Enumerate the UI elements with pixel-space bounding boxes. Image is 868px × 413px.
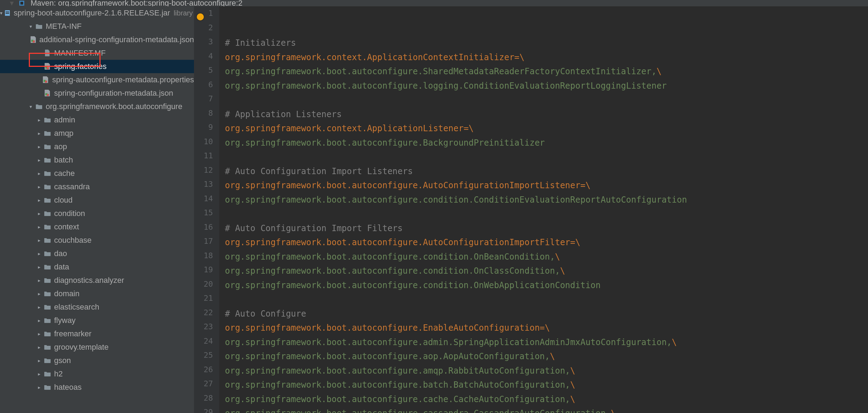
tree-item-domain[interactable]: ▸domain <box>0 287 194 300</box>
code-line[interactable] <box>225 207 868 221</box>
token-sep: = <box>540 323 545 333</box>
code-editor[interactable]: 1234567891011121314151617181920212223242… <box>194 6 868 413</box>
chevron-right-icon[interactable]: ▸ <box>36 331 42 337</box>
code-line[interactable]: org.springframework.boot.autoconfigure.c… <box>225 406 868 413</box>
code-line[interactable]: org.springframework.boot.autoconfigure.c… <box>225 250 868 264</box>
folder-icon <box>44 290 51 298</box>
chevron-right-icon[interactable]: ▸ <box>36 237 42 243</box>
code-line[interactable] <box>225 150 868 164</box>
token-cont: \ <box>519 52 524 62</box>
code-line[interactable]: org.springframework.context.ApplicationC… <box>225 50 868 65</box>
tree-item-freemarker[interactable]: ▸freemarker <box>0 327 194 341</box>
code-line[interactable] <box>225 93 868 107</box>
tree-item-admin[interactable]: ▸admin <box>0 113 194 127</box>
code-line[interactable]: # Auto Configuration Import Filters <box>225 221 868 236</box>
chevron-right-icon[interactable]: ▸ <box>36 197 42 203</box>
token-comment: # Auto Configuration Import Filters <box>225 223 403 233</box>
chevron-right-icon[interactable]: ▸ <box>36 224 42 230</box>
token-cont: \ <box>656 66 661 76</box>
tree-item-flyway[interactable]: ▸flyway <box>0 314 194 327</box>
tree-item-condition[interactable]: ▸condition <box>0 207 194 220</box>
chevron-right-icon[interactable]: ▸ <box>36 171 42 176</box>
code-line[interactable]: # Initializers <box>225 36 868 50</box>
tree-item-diagnostics-analyzer[interactable]: ▸diagnostics.analyzer <box>0 274 194 287</box>
tree-item-spring-configuration-metadata-json[interactable]: spring-configuration-metadata.json <box>0 87 194 100</box>
chevron-right-icon[interactable]: ▸ <box>36 385 42 390</box>
code-line[interactable]: org.springframework.boot.autoconfigure.E… <box>225 321 868 335</box>
project-tree-panel[interactable]: ▾spring-boot-autoconfigure-2.1.6.RELEASE… <box>0 6 194 413</box>
code-line[interactable]: org.springframework.boot.autoconfigure.b… <box>225 378 868 392</box>
code-line[interactable]: org.springframework.boot.autoconfigure.c… <box>225 264 868 278</box>
code-line[interactable]: org.springframework.boot.autoconfigure.A… <box>225 235 868 250</box>
line-number: 21 <box>194 291 219 306</box>
tree-item-additional-spring-configuration-metadata-json[interactable]: additional-spring-configuration-metadata… <box>0 33 194 46</box>
chevron-right-icon[interactable]: ▸ <box>36 251 42 256</box>
chevron-right-icon[interactable]: ▸ <box>36 358 42 363</box>
chevron-down-icon[interactable]: ▾ <box>27 104 34 109</box>
code-line[interactable]: org.springframework.context.ApplicationL… <box>225 121 868 136</box>
code-line[interactable]: # Auto Configure <box>225 307 868 321</box>
code-line[interactable]: org.springframework.boot.autoconfigure.c… <box>225 278 868 293</box>
tree-item-gson[interactable]: ▸gson <box>0 354 194 367</box>
code-line[interactable]: org.springframework.boot.autoconfigure.A… <box>225 178 868 193</box>
tree-item-manifest-mf[interactable]: MANIFEST.MF <box>0 46 194 60</box>
code-line[interactable] <box>225 292 868 307</box>
chevron-right-icon[interactable]: ▸ <box>36 264 42 270</box>
breadcrumb[interactable]: ▾ Maven: org.springframework.boot:spring… <box>0 0 868 6</box>
chevron-down-icon[interactable]: ▾ <box>27 24 34 29</box>
tree-item-batch[interactable]: ▸batch <box>0 153 194 167</box>
tree-item-meta-inf[interactable]: ▾META-INF <box>0 20 194 33</box>
chevron-right-icon[interactable]: ▸ <box>36 344 42 350</box>
tree-item-cassandra[interactable]: ▸cassandra <box>0 180 194 193</box>
tree-item-spring-factories[interactable]: spring.factories <box>0 60 194 73</box>
tree-item-couchbase[interactable]: ▸couchbase <box>0 234 194 247</box>
tree-item-elasticsearch[interactable]: ▸elasticsearch <box>0 300 194 314</box>
token-value: org.springframework.boot.autoconfigure.l… <box>225 81 667 91</box>
chevron-right-icon[interactable]: ▸ <box>36 291 42 297</box>
line-number: 18 <box>194 249 219 263</box>
tree-item-cloud[interactable]: ▸cloud <box>0 193 194 207</box>
tree-item-hateoas[interactable]: ▸hateoas <box>0 381 194 394</box>
chevron-right-icon[interactable]: ▸ <box>36 304 42 310</box>
chevron-right-icon[interactable]: ▸ <box>36 278 42 283</box>
code-line[interactable]: org.springframework.boot.autoconfigure.a… <box>225 364 868 378</box>
tree-item-spring-boot-autoconfigure-2-1-6-release-jar[interactable]: ▾spring-boot-autoconfigure-2.1.6.RELEASE… <box>0 6 194 20</box>
tree-item-label: h2 <box>54 369 63 379</box>
tree-item-data[interactable]: ▸data <box>0 260 194 274</box>
tree-item-org-springframework-boot-autoconfigure[interactable]: ▾org.springframework.boot.autoconfigure <box>0 100 194 113</box>
code-line[interactable]: org.springframework.boot.autoconfigure.c… <box>225 392 868 407</box>
props-icon <box>44 63 51 70</box>
chevron-right-icon[interactable]: ▸ <box>36 184 42 190</box>
tree-item-spring-autoconfigure-metadata-properties[interactable]: spring-autoconfigure-metadata.properties <box>0 73 194 87</box>
tree-item-cache[interactable]: ▸cache <box>0 167 194 180</box>
chevron-right-icon[interactable]: ▸ <box>36 131 42 136</box>
chevron-right-icon[interactable]: ▸ <box>36 117 42 123</box>
tree-item-dao[interactable]: ▸dao <box>0 247 194 260</box>
tree-item-aop[interactable]: ▸aop <box>0 140 194 153</box>
line-number: 26 <box>194 363 219 377</box>
tree-item-h2[interactable]: ▸h2 <box>0 367 194 381</box>
folder-icon <box>44 317 51 324</box>
code-line[interactable]: # Auto Configuration Import Listeners <box>225 164 868 179</box>
editor-code-area[interactable]: # Initializersorg.springframework.contex… <box>219 6 868 413</box>
project-tree[interactable]: ▾spring-boot-autoconfigure-2.1.6.RELEASE… <box>0 6 194 394</box>
chevron-right-icon[interactable]: ▸ <box>36 371 42 377</box>
chevron-right-icon[interactable]: ▸ <box>36 211 42 216</box>
tree-item-context[interactable]: ▸context <box>0 220 194 234</box>
chevron-right-icon[interactable]: ▸ <box>36 157 42 163</box>
tree-item-label: freemarker <box>54 329 91 338</box>
chevron-right-icon[interactable]: ▸ <box>36 144 42 150</box>
chevron-down-icon[interactable]: ▾ <box>0 10 2 16</box>
tree-item-groovy-template[interactable]: ▸groovy.template <box>0 341 194 354</box>
code-line[interactable]: # Application Listeners <box>225 107 868 122</box>
code-line[interactable]: org.springframework.boot.autoconfigure.S… <box>225 64 868 79</box>
token-key: org.springframework.boot.autoconfigure.A… <box>225 237 570 247</box>
chevron-right-icon[interactable]: ▸ <box>36 318 42 323</box>
code-line[interactable]: org.springframework.boot.autoconfigure.l… <box>225 79 868 93</box>
tree-item-amqp[interactable]: ▸amqp <box>0 127 194 140</box>
code-line[interactable]: org.springframework.boot.autoconfigure.c… <box>225 193 868 207</box>
code-line[interactable]: org.springframework.boot.autoconfigure.a… <box>225 349 868 364</box>
line-number: 11 <box>194 149 219 163</box>
code-line[interactable]: org.springframework.boot.autoconfigure.a… <box>225 335 868 350</box>
code-line[interactable]: org.springframework.boot.autoconfigure.B… <box>225 136 868 150</box>
